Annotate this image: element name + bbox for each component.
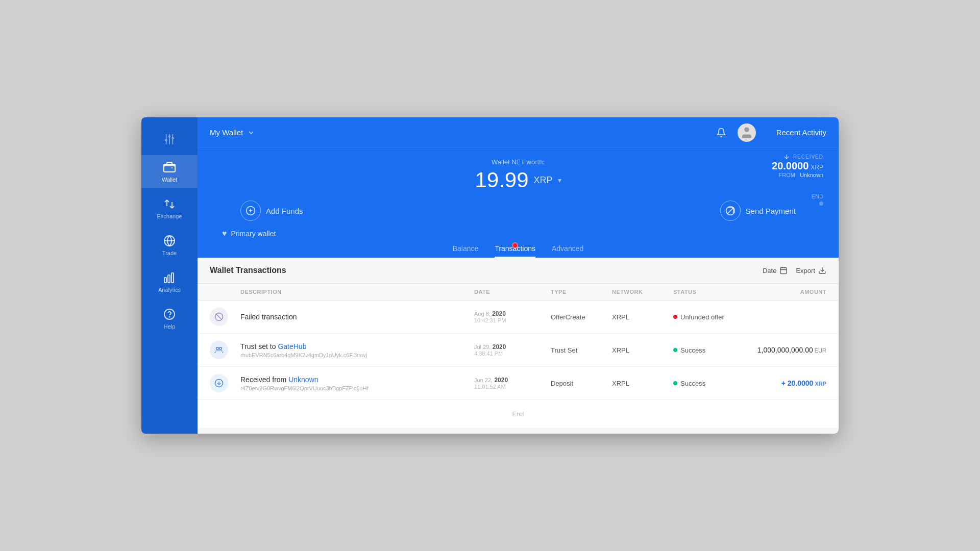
sidebar-item-trade[interactable]: Trade (141, 229, 198, 261)
send-payment-icon (720, 201, 741, 221)
sidebar-wallet-label: Wallet (162, 177, 177, 183)
received-tx-status: Success (673, 380, 734, 387)
trust-tx-amount: 1,000,000,000.00EUR (734, 346, 826, 354)
hero-amount-value: 19.99 (475, 168, 528, 192)
arrow-down-icon (783, 153, 790, 160)
failed-tx-icon (210, 308, 228, 326)
col-status: STATUS (673, 289, 734, 295)
svg-line-30 (216, 314, 222, 320)
column-headers: DESCRIPTION DATE TYPE NETWORK STATUS AMO… (198, 284, 839, 300)
exchange-icon (162, 197, 177, 211)
help-icon (162, 307, 177, 321)
from-label: FROM (779, 172, 795, 178)
table-end: End (198, 400, 839, 428)
svg-rect-24 (780, 268, 787, 274)
hero-center: Wallet NET worth: 19.99 XRP ▾ (210, 158, 826, 192)
net-worth-label: Wallet NET worth: (210, 158, 826, 166)
trust-tx-network: XRPL (612, 346, 673, 354)
tabs: Balance Transactions Advanced (210, 238, 826, 258)
col-network: NETWORK (612, 289, 673, 295)
col-date: DATE (474, 289, 551, 295)
trust-tx-status: Success (673, 346, 734, 354)
received-tx-type: Deposit (551, 380, 612, 387)
svg-point-32 (219, 347, 222, 350)
status-dot-green-2 (673, 381, 677, 385)
svg-point-16 (169, 317, 170, 317)
recent-activity-panel: RECEIVED 20.0000 XRP FROM Unknown END (772, 153, 823, 206)
app-window: Wallet Exchange Trade (141, 117, 839, 434)
sidebar-item-exchange[interactable]: Exchange (141, 192, 198, 224)
col-description: DESCRIPTION (240, 289, 474, 295)
status-dot-red (673, 315, 677, 319)
svg-line-23 (727, 208, 733, 214)
table-controls: Date Export (763, 266, 826, 274)
date-filter-button[interactable]: Date (763, 266, 788, 274)
sidebar-item-wallet[interactable]: Wallet (141, 155, 198, 188)
failed-tx-network: XRPL (612, 313, 673, 321)
trust-tx-date: Jul 29, 2020 4:38:41 PM (474, 343, 551, 357)
col-type: TYPE (551, 289, 612, 295)
sidebar: Wallet Exchange Trade (141, 117, 198, 434)
trust-tx-type: Trust Set (551, 346, 612, 354)
failed-tx-description: Failed transaction (240, 313, 474, 321)
main-content: My Wallet (198, 117, 839, 434)
export-button[interactable]: Export (796, 266, 826, 274)
sidebar-analytics-label: Analytics (158, 287, 181, 293)
wallet-selector[interactable]: My Wallet (210, 128, 255, 137)
wallet-info-row: ♥ Primary wallet (210, 221, 826, 238)
svg-point-17 (744, 127, 749, 132)
svg-point-31 (216, 347, 219, 350)
analytics-icon (162, 270, 177, 285)
add-funds-button[interactable]: Add Funds (240, 201, 303, 221)
tab-balance[interactable]: Balance (453, 244, 479, 258)
transactions-table-section: Wallet Transactions Date Export (198, 258, 839, 434)
failed-tx-status: Unfunded offer (673, 313, 734, 321)
header: My Wallet (198, 117, 839, 148)
svg-rect-14 (172, 273, 174, 283)
tab-advanced[interactable]: Advanced (552, 244, 583, 258)
received-currency: XRP (811, 164, 823, 171)
heart-icon: ♥ (222, 229, 227, 238)
svg-point-6 (172, 138, 174, 139)
failed-tx-type: OfferCreate (551, 313, 612, 321)
chevron-down-icon (247, 129, 255, 137)
hero-amount: 19.99 XRP ▾ (210, 168, 826, 192)
sidebar-item-help[interactable]: Help (141, 302, 198, 335)
active-tab-dot (512, 242, 518, 248)
hero-chevron-down-icon: ▾ (558, 176, 561, 184)
primary-wallet-label: Primary wallet (231, 230, 276, 238)
calendar-icon (779, 266, 788, 274)
add-funds-icon (240, 201, 261, 221)
end-dot (819, 202, 823, 206)
hero-section: RECEIVED 20.0000 XRP FROM Unknown END Wa… (198, 148, 839, 258)
end-marker: END (772, 193, 823, 199)
header-actions: Recent Activity (713, 123, 826, 142)
svg-rect-13 (168, 275, 170, 283)
table-title: Wallet Transactions (210, 266, 763, 275)
svg-point-0 (169, 136, 170, 137)
hero-currency: XRP (534, 175, 553, 186)
user-avatar[interactable] (738, 123, 756, 142)
recent-activity-title: Recent Activity (776, 128, 826, 137)
table-row[interactable]: Failed transaction Aug 8, 2020 10:42:31 … (198, 300, 839, 334)
sidebar-item-analytics[interactable]: Analytics (141, 265, 198, 298)
table-row[interactable]: Received from Unknown r4Z0etv2G0RwvgFM6l… (198, 367, 839, 400)
add-funds-label: Add Funds (266, 207, 303, 215)
wallet-name: My Wallet (210, 128, 243, 137)
download-icon (818, 266, 826, 274)
sidebar-trade-label: Trade (162, 250, 177, 256)
table-row[interactable]: Trust set to GateHub rhubEVRN5c6arb4qM9K… (198, 334, 839, 367)
svg-point-3 (165, 139, 167, 141)
sidebar-exchange-label: Exchange (157, 213, 182, 219)
tab-transactions[interactable]: Transactions (495, 244, 535, 258)
notifications-button[interactable] (713, 124, 729, 141)
status-dot-green (673, 348, 677, 352)
trust-tx-description: Trust set to GateHub rhubEVRN5c6arb4qM9K… (240, 342, 474, 358)
settings-icon[interactable] (158, 128, 181, 151)
sidebar-help-label: Help (164, 323, 176, 330)
col-amount: AMOUNT (734, 289, 826, 295)
received-tx-description: Received from Unknown r4Z0etv2G0RwvgFM6l… (240, 375, 474, 391)
failed-tx-date: Aug 8, 2020 10:42:31 PM (474, 310, 551, 323)
received-tx-amount: + 20.0000XRP (734, 379, 826, 387)
received-amount: 20.0000 (772, 160, 808, 172)
